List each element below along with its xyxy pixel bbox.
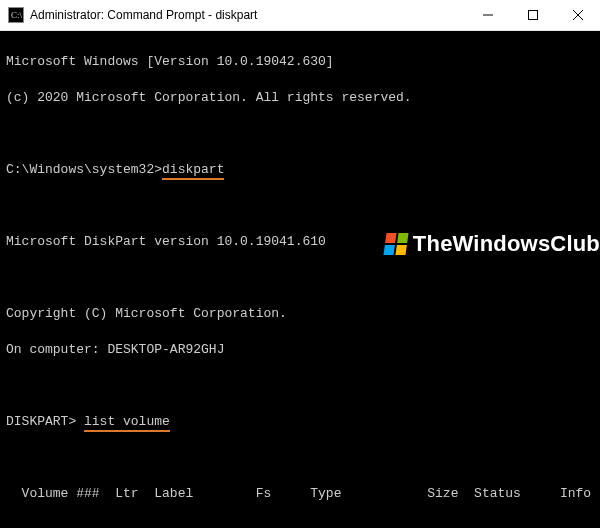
blank <box>6 197 600 215</box>
minimize-button[interactable] <box>465 0 510 30</box>
terminal[interactable]: Microsoft Windows [Version 10.0.19042.63… <box>0 31 600 528</box>
volume-table-divider: ---------- --- ----------- ----- -------… <box>6 521 600 528</box>
blank <box>6 377 600 395</box>
volume-table-header: Volume ### Ltr Label Fs Type Size Status… <box>6 485 600 503</box>
cmd-icon: C:\ <box>8 7 24 23</box>
prompt-diskpart: C:\Windows\system32>diskpart <box>6 161 600 179</box>
diskpart-copyright: Copyright (C) Microsoft Corporation. <box>6 305 600 323</box>
diskpart-version: Microsoft DiskPart version 10.0.19041.61… <box>6 233 600 251</box>
window-root: C:\ Administrator: Command Prompt - disk… <box>0 0 600 528</box>
blank <box>6 125 600 143</box>
cmd-list-volume: list volume <box>84 414 170 432</box>
diskpart-computer: On computer: DESKTOP-AR92GHJ <box>6 341 600 359</box>
prompt-prefix: DISKPART> <box>6 414 84 429</box>
prompt-list-volume: DISKPART> list volume <box>6 413 600 431</box>
maximize-button[interactable] <box>510 0 555 30</box>
titlebar[interactable]: C:\ Administrator: Command Prompt - disk… <box>0 0 600 31</box>
svg-text:C:\: C:\ <box>11 10 23 20</box>
svg-rect-3 <box>528 11 537 20</box>
close-button[interactable] <box>555 0 600 30</box>
blank <box>6 449 600 467</box>
version-line: Microsoft Windows [Version 10.0.19042.63… <box>6 53 600 71</box>
copyright-line: (c) 2020 Microsoft Corporation. All righ… <box>6 89 600 107</box>
blank <box>6 269 600 287</box>
cmd-diskpart: diskpart <box>162 162 224 180</box>
window-title: Administrator: Command Prompt - diskpart <box>30 8 257 22</box>
prompt-prefix: C:\Windows\system32> <box>6 162 162 177</box>
